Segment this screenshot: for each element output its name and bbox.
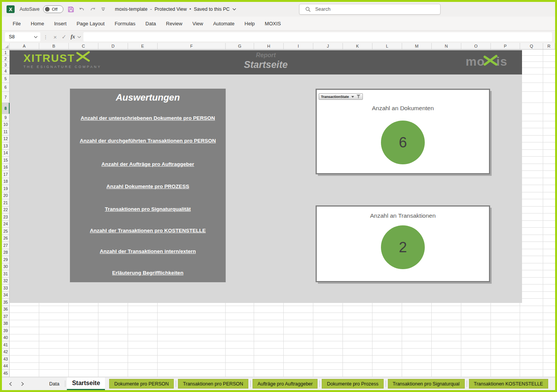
row-header-11[interactable]: 11 bbox=[2, 128, 9, 136]
ribbon-tab-data[interactable]: Data bbox=[140, 17, 161, 30]
ribbon-tab-page-layout[interactable]: Page Layout bbox=[71, 17, 110, 30]
row-header-31[interactable]: 31 bbox=[2, 270, 9, 278]
row-header-37[interactable]: 37 bbox=[2, 313, 9, 320]
name-box[interactable]: S8 bbox=[5, 32, 40, 41]
row-header-43[interactable]: 43 bbox=[2, 356, 9, 363]
row-header-23[interactable]: 23 bbox=[2, 213, 9, 221]
ribbon-tab-moxis[interactable]: MOXIS bbox=[260, 17, 286, 30]
column-header-E[interactable]: E bbox=[128, 43, 158, 49]
autosave-toggle[interactable]: Off bbox=[43, 5, 63, 13]
ribbon-tab-formulas[interactable]: Formulas bbox=[110, 17, 140, 30]
column-header-Q[interactable]: Q bbox=[520, 43, 543, 49]
sheet-tab-aufträge-pro-auftraggeber[interactable]: Aufträge pro Auftraggeber bbox=[253, 379, 318, 389]
transactionstate-filter-button[interactable]: TransactionState bbox=[319, 93, 363, 100]
menu-link-5[interactable]: Transaktionen pro Signaturqualität bbox=[70, 206, 226, 212]
sheet-tab-startseite[interactable]: Startseite bbox=[67, 377, 105, 390]
column-header-F[interactable]: F bbox=[158, 43, 226, 49]
row-header-26[interactable]: 26 bbox=[2, 235, 9, 242]
sheet-nav-right-icon[interactable] bbox=[19, 380, 26, 387]
column-header-D[interactable]: D bbox=[98, 43, 128, 49]
insert-function-icon[interactable]: fx bbox=[68, 32, 77, 41]
row-header-16[interactable]: 16 bbox=[2, 164, 9, 171]
row-header-39[interactable]: 39 bbox=[2, 327, 9, 334]
column-header-L[interactable]: L bbox=[372, 43, 402, 49]
customize-quick-access-toolbar-icon[interactable] bbox=[101, 7, 106, 12]
row-header-10[interactable]: 10 bbox=[2, 121, 9, 129]
row-header-21[interactable]: 21 bbox=[2, 199, 9, 207]
row-header-42[interactable]: 42 bbox=[2, 349, 9, 356]
menu-link-6[interactable]: Anzahl der Transaktionen pro KOSTENSTELL… bbox=[70, 228, 226, 233]
ribbon-tab-file[interactable]: File bbox=[8, 17, 26, 30]
row-header-35[interactable]: 35 bbox=[2, 299, 9, 306]
column-header-G[interactable]: G bbox=[226, 43, 254, 49]
row-header-7[interactable]: 7 bbox=[2, 92, 9, 103]
row-header-22[interactable]: 22 bbox=[2, 207, 9, 214]
ribbon-tab-help[interactable]: Help bbox=[239, 17, 260, 30]
ribbon-tab-home[interactable]: Home bbox=[26, 17, 49, 30]
menu-link-3[interactable]: Anzahl der Aufträge pro Auftraggeber bbox=[70, 161, 226, 167]
column-header-M[interactable]: M bbox=[402, 43, 432, 49]
menu-link-4[interactable]: Anzahl Dokumente pro PROZESS bbox=[70, 184, 226, 189]
redo-icon[interactable] bbox=[90, 6, 96, 12]
row-header-29[interactable]: 29 bbox=[2, 256, 9, 263]
menu-link-1[interactable]: Anzahl der unterschriebenen Dokumente pr… bbox=[70, 115, 226, 121]
formula-input[interactable] bbox=[83, 32, 552, 41]
menu-link-2[interactable]: Anzahl der durchgeführten Transaktionen … bbox=[70, 138, 226, 144]
menu-link-7[interactable]: Anzahl der Transaktionen intern/extern bbox=[70, 248, 226, 254]
undo-icon[interactable] bbox=[78, 6, 85, 12]
column-header-K[interactable]: K bbox=[343, 43, 372, 49]
cancel-icon[interactable]: × bbox=[51, 32, 60, 41]
formula-bar-handle[interactable]: ⋮ bbox=[43, 34, 48, 40]
menu-link-8[interactable]: Erläuterung Begrifflichkeiten bbox=[70, 270, 226, 276]
sheet-tab-transaktionen-pro-person[interactable]: Transaktionen pro PERSON bbox=[178, 379, 248, 389]
column-header-N[interactable]: N bbox=[432, 43, 461, 49]
row-header-13[interactable]: 13 bbox=[2, 142, 9, 150]
row-header-27[interactable]: 27 bbox=[2, 242, 9, 249]
column-header-O[interactable]: O bbox=[461, 43, 491, 49]
row-header-20[interactable]: 20 bbox=[2, 192, 9, 200]
sheet-tab-dokumente-pro-person[interactable]: Dokumente pro PERSON bbox=[109, 379, 174, 389]
search-input[interactable]: Search bbox=[299, 4, 441, 15]
ribbon-tab-automate[interactable]: Automate bbox=[208, 17, 239, 30]
excel-app-icon[interactable]: X bbox=[7, 5, 15, 13]
column-header-P[interactable]: P bbox=[491, 43, 520, 49]
row-header-45[interactable]: 45 bbox=[2, 370, 9, 377]
row-header-18[interactable]: 18 bbox=[2, 178, 9, 185]
row-header-24[interactable]: 24 bbox=[2, 221, 9, 228]
row-header-14[interactable]: 14 bbox=[2, 150, 9, 157]
row-header-4[interactable]: 4 bbox=[2, 68, 9, 74]
sheet-tab-dokumente-pro-prozess[interactable]: Dokumente pro Prozess bbox=[322, 379, 383, 389]
row-header-9[interactable]: 9 bbox=[2, 114, 9, 121]
row-header-38[interactable]: 38 bbox=[2, 320, 9, 327]
ribbon-tab-insert[interactable]: Insert bbox=[49, 17, 72, 30]
column-header-A[interactable]: A bbox=[10, 43, 39, 49]
sheet-tab-data[interactable]: Data bbox=[43, 377, 65, 390]
row-header-6[interactable]: 6 bbox=[2, 83, 9, 92]
row-header-41[interactable]: 41 bbox=[2, 341, 9, 349]
ribbon-tab-review[interactable]: Review bbox=[161, 17, 188, 30]
cells-region[interactable]: XITRUST THE ESIGNATURE COMPANY Report St… bbox=[10, 50, 555, 377]
column-header-I[interactable]: I bbox=[284, 43, 313, 49]
kpi-card-dokumente[interactable]: TransactionState Anzahl an Dokumenten 6 bbox=[316, 89, 490, 174]
row-header-12[interactable]: 12 bbox=[2, 136, 9, 143]
sheet-tab-transaktionen-kostenstelle[interactable]: Transaktionen KOSTENSTELLE bbox=[469, 379, 548, 389]
row-header-15[interactable]: 15 bbox=[2, 157, 9, 164]
row-header-5[interactable]: 5 bbox=[2, 74, 9, 83]
row-header-19[interactable]: 19 bbox=[2, 185, 9, 192]
kpi-card-transaktionen[interactable]: Anzahl an Transaktionen 2 bbox=[316, 205, 490, 282]
column-header-C[interactable]: C bbox=[69, 43, 98, 49]
select-all-corner[interactable] bbox=[2, 43, 10, 49]
row-header-8[interactable]: 8 bbox=[2, 103, 9, 114]
sheet-tab-transaktionen-pro-signaturqual[interactable]: Transaktionen pro Signaturqual bbox=[388, 379, 465, 389]
row-header-44[interactable]: 44 bbox=[2, 363, 9, 370]
row-header-2[interactable]: 2 bbox=[2, 56, 9, 62]
sheet-nav-left-icon[interactable] bbox=[7, 380, 14, 387]
save-icon[interactable] bbox=[68, 6, 74, 13]
row-header-36[interactable]: 36 bbox=[2, 306, 9, 313]
column-header-R[interactable]: R bbox=[543, 43, 555, 49]
row-header-32[interactable]: 32 bbox=[2, 278, 9, 285]
row-header-17[interactable]: 17 bbox=[2, 171, 9, 178]
row-header-30[interactable]: 30 bbox=[2, 263, 9, 271]
document-title[interactable]: moxis-template - Protected View • Saved … bbox=[115, 7, 236, 12]
row-header-3[interactable]: 3 bbox=[2, 62, 9, 68]
